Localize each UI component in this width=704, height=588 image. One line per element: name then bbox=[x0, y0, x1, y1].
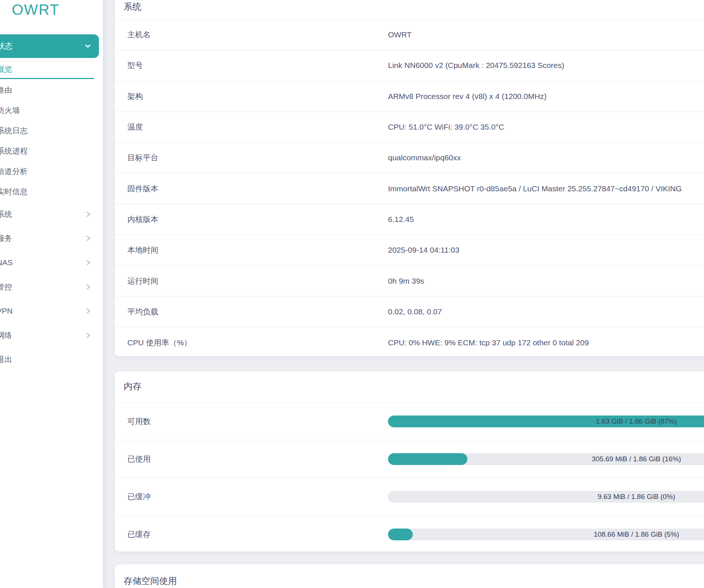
row-label: 平均负载 bbox=[127, 307, 388, 317]
sidebar-item-channel-analysis[interactable]: 信道分析 bbox=[0, 166, 94, 177]
row-value: 0.02, 0.08, 0.07 bbox=[388, 307, 442, 316]
row-label: 内核版本 bbox=[127, 214, 388, 225]
chevron-right-icon bbox=[86, 332, 91, 338]
row-label: 已缓存 bbox=[127, 529, 151, 540]
sidebar-item-syslog[interactable]: 系统日志 bbox=[0, 125, 94, 136]
chevron-right-icon bbox=[86, 260, 91, 266]
chevron-right-icon bbox=[86, 284, 91, 290]
row-label: 温度 bbox=[127, 122, 388, 132]
row-value: ARMv8 Processor rev 4 (v8l) x 4 (1200.0M… bbox=[388, 92, 546, 101]
row-label: 可用数 bbox=[127, 416, 151, 427]
sidebar-item-label: 服务 bbox=[0, 234, 12, 242]
sidebar-item-nas[interactable]: NAS bbox=[0, 257, 94, 268]
table-row-uptime: 运行时间 0h 9m 39s bbox=[115, 266, 704, 296]
sidebar-item-firewall[interactable]: 防火墙 bbox=[0, 105, 94, 116]
table-row-load-average: 平均负载 0.02, 0.08, 0.07 bbox=[115, 297, 704, 327]
table-row-kernel-version: 内核版本 6.12.45 bbox=[115, 204, 704, 235]
sidebar-item-label: 网络 bbox=[0, 331, 12, 339]
row-label: 主机名 bbox=[127, 30, 388, 40]
row-value: 6.12.45 bbox=[388, 215, 414, 224]
row-label: 目标平台 bbox=[127, 153, 388, 163]
sidebar-item-label: 实时信息 bbox=[0, 187, 28, 196]
sidebar-item-label: 系统进程 bbox=[0, 147, 28, 155]
table-row-local-time: 本地时间 2025-09-14 04:11:03 bbox=[115, 235, 704, 266]
row-label: 已缓冲 bbox=[127, 492, 151, 502]
table-row-target-platform: 目标平台 qualcommax/ipq60xx bbox=[115, 143, 704, 173]
sidebar-item-processes[interactable]: 系统进程 bbox=[0, 146, 94, 157]
progress-bar-text: 108.66 MiB / 1.86 GiB (5%) bbox=[388, 529, 704, 540]
progress-bar: 108.66 MiB / 1.86 GiB (5%) bbox=[388, 529, 704, 540]
sidebar-item-overview[interactable]: 概览 bbox=[0, 64, 94, 79]
chevron-down-icon bbox=[85, 43, 91, 49]
row-label: 本地时间 bbox=[127, 245, 388, 255]
row-value: 0h 9m 39s bbox=[388, 277, 424, 286]
table-row-temperature: 温度 CPU: 51.0°C WiFi: 39.0°C 35.0°C bbox=[115, 112, 704, 143]
row-value: CPU: 51.0°C WiFi: 39.0°C 35.0°C bbox=[388, 123, 504, 131]
sidebar-item-services[interactable]: 服务 bbox=[0, 233, 94, 244]
sidebar-item-label: 系统 bbox=[0, 210, 12, 218]
sidebar-item-label: 信道分析 bbox=[0, 167, 28, 175]
row-value: ImmortalWrt SNAPSHOT r0-d85ae5a / LuCI M… bbox=[388, 184, 682, 193]
row-label: CPU 使用率（%） bbox=[127, 338, 388, 348]
memory-card-title: 内存 bbox=[115, 372, 704, 403]
row-value: qualcommax/ipq60xx bbox=[388, 153, 461, 162]
table-row-cpu-usage: CPU 使用率（%） CPU: 0% HWE: 9% ECM: tcp 37 u… bbox=[115, 327, 704, 358]
memory-row-used: 已使用 305.69 MiB / 1.86 GiB (16%) bbox=[115, 440, 704, 478]
table-row-firmware-version: 固件版本 ImmortalWrt SNAPSHOT r0-d85ae5a / L… bbox=[115, 173, 704, 204]
sidebar-item-label: VPN bbox=[0, 307, 13, 315]
sidebar-item-logout[interactable]: 退出 bbox=[0, 354, 94, 365]
row-value: OWRT bbox=[388, 30, 412, 39]
sidebar: OWRT 状态 概览 路由 防火墙 系统日志 系统进程 信道分析 实时信息 系统… bbox=[0, 0, 103, 588]
sidebar-item-label: 路由 bbox=[0, 86, 12, 94]
sidebar-group-status[interactable]: 状态 bbox=[0, 34, 99, 58]
memory-card: 内存 可用数 1.63 GiB / 1.86 GiB (87%) 已使用 305… bbox=[115, 372, 704, 551]
memory-row-cached: 已缓存 108.66 MiB / 1.86 GiB (5%) bbox=[115, 516, 704, 553]
sidebar-item-label: 系统日志 bbox=[0, 126, 28, 135]
chevron-right-icon bbox=[86, 308, 91, 314]
table-row-hostname: 主机名 OWRT bbox=[115, 20, 704, 50]
table-row-model: 型号 Link NN6000 v2 (CpuMark : 20475.59216… bbox=[115, 50, 704, 81]
sidebar-item-routes[interactable]: 路由 bbox=[0, 85, 94, 96]
row-value: CPU: 0% HWE: 9% ECM: tcp 37 udp 172 othe… bbox=[388, 338, 589, 347]
sidebar-item-control[interactable]: 管控 bbox=[0, 281, 94, 293]
table-row-architecture: 架构 ARMv8 Processor rev 4 (v8l) x 4 (1200… bbox=[115, 81, 704, 112]
row-label: 架构 bbox=[127, 91, 388, 102]
sidebar-item-network[interactable]: 网络 bbox=[0, 330, 94, 341]
row-value: 2025-09-14 04:11:03 bbox=[388, 246, 459, 254]
progress-bar-text: 305.69 MiB / 1.86 GiB (16%) bbox=[388, 453, 704, 465]
sidebar-item-label: 退出 bbox=[0, 355, 12, 363]
sidebar-item-label: 防火墙 bbox=[0, 106, 20, 114]
progress-bar: 305.69 MiB / 1.86 GiB (16%) bbox=[388, 453, 704, 465]
progress-bar: 1.63 GiB / 1.86 GiB (87%) bbox=[388, 416, 704, 427]
storage-card-title: 存储空间使用 bbox=[115, 564, 704, 587]
progress-bar-text: 9.63 MiB / 1.86 GiB (0%) bbox=[388, 491, 704, 503]
system-card-title: 系统 bbox=[115, 0, 704, 20]
row-label: 运行时间 bbox=[127, 276, 388, 286]
chevron-right-icon bbox=[86, 211, 91, 217]
row-label: 型号 bbox=[127, 60, 388, 71]
sidebar-item-vpn[interactable]: VPN bbox=[0, 305, 94, 317]
sidebar-group-status-label: 状态 bbox=[0, 41, 13, 51]
row-label: 已使用 bbox=[127, 454, 151, 464]
row-label: 固件版本 bbox=[127, 184, 388, 194]
chevron-right-icon bbox=[86, 235, 91, 241]
sidebar-item-label: 概览 bbox=[0, 65, 12, 74]
row-value: Link NN6000 v2 (CpuMark : 20475.592163 S… bbox=[388, 61, 564, 70]
sidebar-item-system[interactable]: 系统 bbox=[0, 209, 94, 220]
app-logo[interactable]: OWRT bbox=[12, 0, 59, 19]
memory-row-buffered: 已缓冲 9.63 MiB / 1.86 GiB (0%) bbox=[115, 478, 704, 516]
progress-bar: 9.63 MiB / 1.86 GiB (0%) bbox=[388, 491, 704, 503]
memory-row-available: 可用数 1.63 GiB / 1.86 GiB (87%) bbox=[115, 403, 704, 440]
system-card: 系统 主机名 OWRT 型号 Link NN6000 v2 (CpuMark :… bbox=[115, 0, 704, 356]
progress-bar-text: 1.63 GiB / 1.86 GiB (87%) bbox=[388, 416, 704, 427]
sidebar-item-label: NAS bbox=[0, 258, 13, 267]
storage-card: 存储空间使用 bbox=[115, 564, 704, 588]
sidebar-item-label: 管控 bbox=[0, 283, 12, 291]
sidebar-item-realtime-info[interactable]: 实时信息 bbox=[0, 186, 94, 197]
